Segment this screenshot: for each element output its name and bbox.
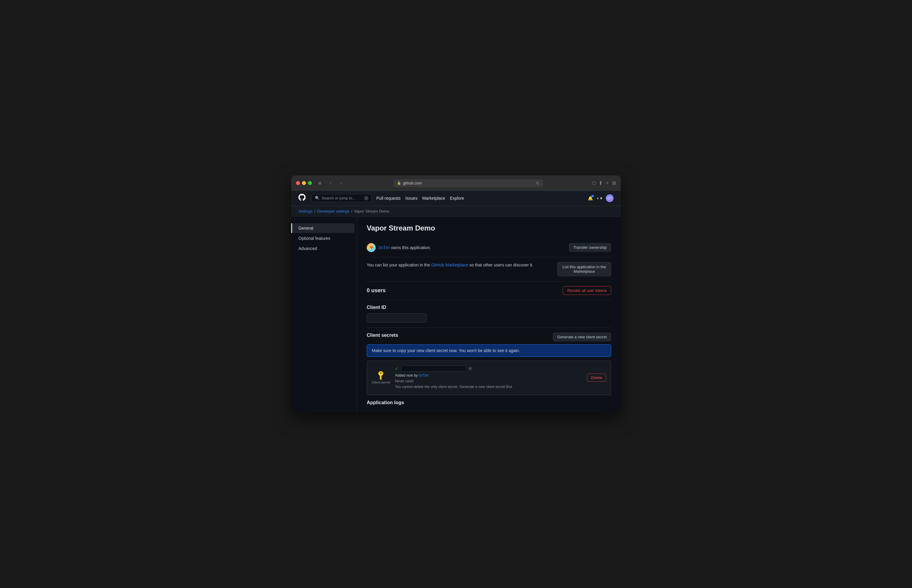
key-icon: 🔑	[376, 370, 387, 381]
breadcrumb-developer-settings[interactable]: Developer settings	[317, 209, 350, 213]
transfer-ownership-button[interactable]: Transfer ownership	[569, 243, 611, 252]
secret-meta: Added now by 0xTim Never used You cannot…	[395, 373, 582, 390]
minimize-button[interactable]	[302, 181, 306, 185]
page-body: Vapor Stream Demo 🦊 0xTim owns this appl…	[357, 217, 621, 413]
ownership-info: 🦊 0xTim owns this application.	[367, 243, 431, 252]
key-icon-box: 🔑 Client secret	[372, 372, 390, 384]
secret-details: ✓ ⎘ Added now by 0xTim Never used You ca…	[395, 365, 582, 390]
copy-icon[interactable]: ⎘	[469, 366, 471, 371]
share-icon[interactable]: ⬆	[599, 180, 603, 186]
nav-marketplace[interactable]: Marketplace	[422, 196, 445, 200]
secret-value-row: ✓ ⎘	[395, 365, 582, 372]
page-title: Vapor Stream Demo	[367, 224, 611, 232]
refresh-icon[interactable]: ↻	[536, 181, 539, 186]
users-section: 0 users Revoke all user tokens	[367, 281, 611, 300]
sidebar-item-optional-features[interactable]: Optional features	[293, 234, 355, 243]
delete-warning-text: You cannot delete the only client secret…	[395, 384, 582, 390]
browser-chrome: ⊞ ‹ › 🔒 github.com ↻ ⬡ ⬆ ＋ ⊞	[291, 175, 621, 191]
breadcrumb: Settings / Developer settings / Vapor St…	[298, 209, 614, 213]
owner-text: 0xTim owns this application.	[379, 245, 431, 250]
sidebar: General Optional features Advanced	[291, 217, 357, 413]
marketplace-section: You can list your application in the Git…	[367, 257, 611, 281]
client-id-value	[367, 313, 427, 323]
browser-right-icons: ⬡ ⬆ ＋ ⊞	[592, 180, 616, 186]
search-placeholder: Search or jump to...	[321, 196, 355, 200]
owner-username[interactable]: 0xTim	[379, 245, 390, 250]
search-icon: 🔍	[315, 196, 320, 200]
client-id-section: Client ID	[367, 300, 611, 328]
grid-icon[interactable]: ⊞	[612, 180, 616, 186]
secret-added-info: Added now by 0xTim	[395, 373, 582, 378]
maximize-button[interactable]	[308, 181, 312, 185]
lock-icon: 🔒	[397, 181, 401, 185]
tab-manager-button[interactable]: ⊞	[316, 179, 324, 187]
breadcrumb-sep-2: /	[351, 209, 352, 213]
marketplace-text-post: so that other users can discover it.	[468, 263, 533, 267]
never-used-text: Never used	[395, 378, 582, 384]
client-id-label: Client ID	[367, 305, 611, 310]
nav-explore[interactable]: Explore	[450, 196, 464, 200]
avatar[interactable]: OT	[606, 194, 614, 202]
marketplace-link[interactable]: GitHub Marketplace	[431, 263, 468, 267]
sidebar-item-general[interactable]: General	[291, 223, 355, 233]
traffic-lights	[296, 181, 312, 185]
marketplace-text: You can list your application in the Git…	[367, 262, 552, 268]
nav-links: Pull requests Issues Marketplace Explore	[376, 196, 464, 200]
generate-secret-button[interactable]: Generate a new client secret	[553, 333, 611, 341]
breadcrumb-settings[interactable]: Settings	[298, 209, 313, 213]
owner-avatar: 🦊	[367, 243, 376, 252]
nav-pull-requests[interactable]: Pull requests	[376, 196, 400, 200]
added-username[interactable]: 0xTim	[419, 373, 428, 378]
new-tab-icon[interactable]: ＋	[605, 180, 610, 186]
sidebar-item-advanced[interactable]: Advanced	[293, 244, 355, 253]
notification-dot	[591, 195, 594, 197]
secrets-header: Client secrets Generate a new client sec…	[367, 328, 611, 344]
github-nav: 🔍 Search or jump to... / Pull requests I…	[291, 191, 621, 206]
nav-right: 🔔 + ▾ OT	[588, 194, 614, 202]
delete-secret-button[interactable]: Delete	[587, 374, 606, 382]
ownership-section: 🦊 0xTim owns this application. Transfer …	[367, 238, 611, 257]
info-banner: Make sure to copy your new client secret…	[367, 344, 611, 357]
nav-issues[interactable]: Issues	[405, 196, 417, 200]
breadcrumb-sep-1: /	[314, 209, 316, 213]
url-text: github.com	[403, 181, 422, 185]
back-button[interactable]: ‹	[326, 179, 335, 187]
browser-toolbar: ⊞ ‹ › 🔒 github.com ↻	[316, 179, 588, 187]
client-secrets-section: Client secrets Generate a new client sec…	[367, 328, 611, 395]
secret-masked-value	[401, 365, 467, 372]
breadcrumb-current: Vapor Stream Demo	[354, 209, 389, 213]
search-input[interactable]: 🔍 Search or jump to... /	[312, 194, 371, 202]
main-content: General Optional features Advanced Vapor…	[291, 217, 621, 413]
cloud-icon[interactable]: ⬡	[592, 180, 596, 186]
forward-button[interactable]: ›	[337, 179, 345, 187]
users-count: 0 users	[367, 288, 386, 294]
app-logs-label: Application logs	[367, 395, 611, 405]
check-icon: ✓	[395, 366, 398, 371]
breadcrumb-bar: Settings / Developer settings / Vapor St…	[291, 206, 621, 217]
address-bar[interactable]: 🔒 github.com ↻	[394, 179, 543, 187]
secret-card: 🔑 Client secret ✓ ⎘ Added now by 0xTim	[367, 360, 611, 395]
slash-badge: /	[364, 196, 368, 200]
list-in-marketplace-button[interactable]: List this application in theMarketplace	[557, 262, 611, 276]
github-logo[interactable]	[298, 194, 306, 203]
close-button[interactable]	[296, 181, 300, 185]
create-button[interactable]: + ▾	[596, 196, 602, 200]
added-label: Added now by	[395, 373, 418, 378]
revoke-all-tokens-button[interactable]: Revoke all user tokens	[563, 286, 611, 295]
marketplace-text-pre: You can list your application in the	[367, 263, 431, 267]
owner-post-text: owns this application.	[391, 245, 431, 250]
client-secrets-label: Client secrets	[367, 333, 398, 338]
browser-window: ⊞ ‹ › 🔒 github.com ↻ ⬡ ⬆ ＋ ⊞ 🔍 Search or…	[291, 175, 621, 413]
notifications-button[interactable]: 🔔	[588, 196, 593, 200]
